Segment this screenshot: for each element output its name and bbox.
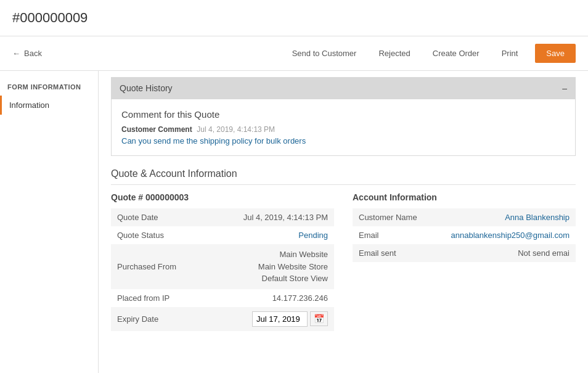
- table-row: Expiry Date 📅: [111, 307, 334, 331]
- purchased-from-label: Purchased From: [111, 244, 211, 289]
- comment-section-title: Comment for this Quote: [121, 109, 565, 120]
- account-sub-title: Account Information: [353, 192, 576, 202]
- quote-status-value: Pending: [211, 226, 334, 244]
- create-order-button[interactable]: Create Order: [428, 46, 484, 60]
- back-button[interactable]: ← Back: [12, 49, 42, 58]
- quote-history-body: Comment for this Quote Customer Comment …: [111, 99, 576, 156]
- quote-history-panel: Quote History – Comment for this Quote C…: [111, 77, 576, 156]
- send-to-customer-button[interactable]: Send to Customer: [287, 46, 362, 60]
- quote-history-title: Quote History: [120, 83, 173, 93]
- sidebar-item-label: Information: [9, 100, 49, 110]
- page-title: #000000009: [0, 0, 588, 36]
- sidebar-item-information[interactable]: Information: [0, 96, 98, 115]
- calendar-icon-button[interactable]: 📅: [310, 311, 328, 326]
- qa-section-title: Quote & Account Information: [111, 168, 576, 185]
- email-label: Email: [353, 226, 445, 244]
- account-info-col: Account Information Customer Name Anna B…: [353, 192, 576, 331]
- table-row: Email sent Not send emai: [353, 244, 576, 262]
- toolbar: ← Back Send to Customer Rejected Create …: [0, 36, 588, 71]
- quote-history-toggle: –: [562, 84, 567, 92]
- customer-name-value: Anna Blankenship: [445, 208, 576, 226]
- quote-date-value: Jul 4, 2019, 4:14:13 PM: [211, 208, 334, 226]
- expiry-date-cell: 📅: [211, 307, 334, 331]
- email-sent-value: Not send emai: [445, 244, 576, 262]
- save-button[interactable]: Save: [535, 44, 576, 63]
- email-sent-label: Email sent: [353, 244, 445, 262]
- quote-info-col: Quote # 000000003 Quote Date Jul 4, 2019…: [111, 192, 334, 331]
- quote-sub-title: Quote # 000000003: [111, 192, 334, 202]
- sidebar-section-title: FORM INFORMATION: [0, 77, 98, 96]
- comment-label: Customer Comment: [121, 125, 192, 134]
- table-row: Quote Status Pending: [111, 226, 334, 244]
- table-row: Quote Date Jul 4, 2019, 4:14:13 PM: [111, 208, 334, 226]
- quote-history-header[interactable]: Quote History –: [111, 77, 576, 99]
- rejected-button[interactable]: Rejected: [374, 46, 415, 60]
- table-row: Placed from IP 14.177.236.246: [111, 289, 334, 307]
- comment-text: Can you send me the shipping policy for …: [121, 136, 565, 146]
- content-area: Quote History – Comment for this Quote C…: [99, 71, 588, 373]
- table-row: Customer Name Anna Blankenship: [353, 208, 576, 226]
- back-label: Back: [24, 49, 42, 58]
- comment-meta: Customer Comment Jul 4, 2019, 4:14:13 PM: [121, 125, 565, 134]
- table-row: Purchased From Main Website Main Website…: [111, 244, 334, 289]
- expiry-date-input[interactable]: [252, 311, 308, 327]
- two-col-layout: Quote # 000000003 Quote Date Jul 4, 2019…: [111, 192, 576, 331]
- purchased-from-value: Main Website Main Website Store Default …: [211, 244, 334, 289]
- quote-info-table: Quote Date Jul 4, 2019, 4:14:13 PM Quote…: [111, 208, 334, 331]
- quote-status-label: Quote Status: [111, 226, 211, 244]
- main-layout: FORM INFORMATION Information Quote Histo…: [0, 71, 588, 373]
- back-arrow-icon: ←: [12, 49, 20, 58]
- comment-date: Jul 4, 2019, 4:14:13 PM: [197, 125, 275, 134]
- quote-account-section: Quote & Account Information Quote # 0000…: [111, 168, 576, 331]
- placed-from-ip-label: Placed from IP: [111, 289, 211, 307]
- sidebar: FORM INFORMATION Information: [0, 71, 99, 373]
- expiry-date-label: Expiry Date: [111, 307, 211, 331]
- placed-from-ip-value: 14.177.236.246: [211, 289, 334, 307]
- account-info-table: Customer Name Anna Blankenship Email ann…: [353, 208, 576, 262]
- quote-date-label: Quote Date: [111, 208, 211, 226]
- email-value: annablankenship250@gmail.com: [445, 226, 576, 244]
- table-row: Email annablankenship250@gmail.com: [353, 226, 576, 244]
- print-button[interactable]: Print: [497, 46, 523, 60]
- customer-name-label: Customer Name: [353, 208, 445, 226]
